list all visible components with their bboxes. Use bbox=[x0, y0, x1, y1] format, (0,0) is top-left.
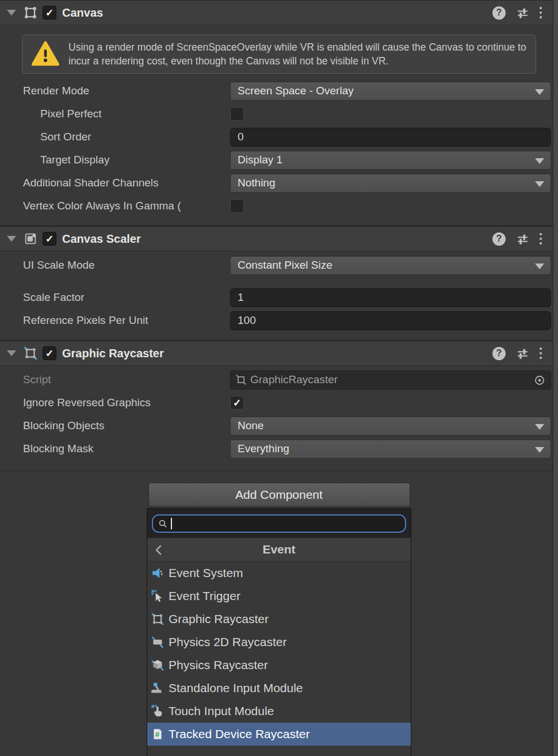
menu-item-label: Standalone Input Module bbox=[169, 681, 303, 695]
property-row: Vertex Color Always In Gamma ( bbox=[0, 194, 558, 217]
canvas-scaler-section-body: UI Scale Mode Constant Pixel Size Scale … bbox=[0, 251, 558, 341]
graphic-raycaster-icon bbox=[235, 374, 247, 385]
property-label: Render Mode bbox=[23, 85, 230, 97]
property-label: Target Display bbox=[23, 154, 230, 166]
vr-warning-box: Using a render mode of ScreenSpaceOverla… bbox=[22, 35, 536, 74]
script-object-field[interactable]: GraphicRaycaster bbox=[230, 371, 551, 390]
property-row: Script GraphicRaycaster bbox=[0, 368, 558, 391]
property-row: Scale Factor bbox=[0, 286, 558, 309]
menu-item-label: Graphic Raycaster bbox=[169, 612, 269, 626]
property-row: UI Scale Mode Constant Pixel Size bbox=[0, 254, 558, 277]
add-component-button[interactable]: Add Component bbox=[148, 483, 410, 507]
menu-item-label: Physics 2D Raycaster bbox=[169, 635, 286, 649]
blocking-objects-dropdown[interactable]: None bbox=[230, 417, 551, 436]
component-title: Canvas Scaler bbox=[62, 232, 492, 246]
graphic-raycaster-icon bbox=[23, 346, 38, 361]
event-trigger-icon bbox=[151, 589, 165, 603]
menu-item-physics-2d-raycaster[interactable]: Physics 2D Raycaster bbox=[147, 631, 411, 654]
back-chevron-icon[interactable] bbox=[153, 544, 166, 556]
graphic-raycaster-component-header[interactable]: ✓ Graphic Raycaster ? bbox=[0, 341, 558, 366]
canvas-enabled-checkbox[interactable]: ✓ bbox=[43, 6, 56, 20]
physics-raycaster-icon bbox=[151, 658, 165, 672]
add-component-popup: Event Event System Event Trigger bbox=[147, 508, 411, 756]
unity-inspector: ✓ Canvas ? Using a render mode of Screen… bbox=[0, 0, 558, 756]
object-picker-icon[interactable] bbox=[533, 374, 546, 387]
more-menu-icon[interactable] bbox=[540, 7, 542, 18]
canvas-scaler-enabled-checkbox[interactable]: ✓ bbox=[43, 232, 56, 246]
vertex-color-gamma-checkbox[interactable] bbox=[230, 199, 244, 213]
scale-factor-input[interactable] bbox=[230, 288, 551, 307]
foldout-arrow-icon[interactable] bbox=[7, 236, 16, 242]
chevron-down-icon bbox=[535, 447, 544, 453]
property-label: UI Scale Mode bbox=[23, 259, 230, 272]
category-header: Event bbox=[147, 538, 411, 562]
dropdown-value: None bbox=[238, 419, 263, 432]
help-icon[interactable]: ? bbox=[492, 347, 506, 360]
canvas-scaler-component-header[interactable]: ✓ Canvas Scaler ? bbox=[0, 226, 558, 251]
property-row: Render Mode Screen Space - Overlay bbox=[0, 79, 558, 102]
property-row: Sort Order bbox=[0, 125, 558, 148]
more-menu-icon[interactable] bbox=[540, 233, 542, 245]
property-row: Blocking Objects None bbox=[0, 414, 558, 437]
presets-icon[interactable] bbox=[516, 6, 529, 20]
component-title: Graphic Raycaster bbox=[62, 347, 492, 360]
dropdown-value: Everything bbox=[238, 442, 289, 455]
svg-text:#: # bbox=[155, 730, 160, 739]
help-icon[interactable]: ? bbox=[492, 6, 506, 20]
graphic-raycaster-enabled-checkbox[interactable]: ✓ bbox=[43, 346, 56, 360]
property-row: Reference Pixels Per Unit bbox=[0, 309, 558, 332]
menu-item-touch-input-module[interactable]: Touch Input Module bbox=[147, 700, 411, 723]
more-menu-icon[interactable] bbox=[540, 348, 542, 359]
menu-item-label: Event Trigger bbox=[169, 589, 240, 603]
dropdown-value: Display 1 bbox=[238, 154, 282, 166]
blocking-mask-dropdown[interactable]: Everything bbox=[230, 440, 551, 459]
menu-item-label: Touch Input Module bbox=[169, 704, 274, 718]
warning-text: Using a render mode of ScreenSpaceOverla… bbox=[68, 40, 528, 68]
render-mode-dropdown[interactable]: Screen Space - Overlay bbox=[230, 82, 551, 101]
property-label: Scale Factor bbox=[23, 291, 230, 304]
chevron-down-icon bbox=[535, 181, 544, 187]
menu-item-event-trigger[interactable]: Event Trigger bbox=[147, 585, 411, 608]
property-row: Pixel Perfect bbox=[0, 102, 558, 125]
additional-shader-channels-dropdown[interactable]: Nothing bbox=[230, 174, 551, 193]
property-row: Target Display Display 1 bbox=[0, 148, 558, 171]
component-title: Canvas bbox=[62, 6, 492, 20]
menu-item-standalone-input-module[interactable]: Standalone Input Module bbox=[147, 677, 411, 700]
foldout-arrow-icon[interactable] bbox=[7, 350, 16, 356]
reference-pixels-input[interactable] bbox=[230, 311, 551, 330]
sort-order-input[interactable] bbox=[230, 128, 551, 147]
canvas-section-body: Using a render mode of ScreenSpaceOverla… bbox=[0, 25, 558, 226]
dropdown-value: Nothing bbox=[238, 177, 276, 189]
warning-icon bbox=[30, 40, 60, 68]
foldout-arrow-icon[interactable] bbox=[7, 10, 16, 16]
inspector-scrollbar[interactable] bbox=[553, 0, 558, 756]
menu-item-tracked-device-raycaster[interactable]: # Tracked Device Raycaster bbox=[147, 723, 411, 746]
pixel-perfect-checkbox[interactable] bbox=[230, 107, 244, 121]
touch-input-module-icon bbox=[151, 704, 165, 718]
menu-item-label: Event System bbox=[169, 566, 243, 580]
menu-item-label: Physics Raycaster bbox=[169, 658, 268, 672]
dropdown-value: Screen Space - Overlay bbox=[238, 85, 354, 97]
presets-icon[interactable] bbox=[516, 347, 529, 360]
graphic-raycaster-icon bbox=[151, 612, 165, 626]
menu-item-event-system[interactable]: Event System bbox=[147, 562, 411, 585]
menu-item-label: Tracked Device Raycaster bbox=[169, 727, 309, 741]
menu-item-physics-raycaster[interactable]: Physics Raycaster bbox=[147, 654, 411, 677]
canvas-component-header[interactable]: ✓ Canvas ? bbox=[0, 0, 558, 25]
property-label: Additional Shader Channels bbox=[23, 177, 230, 189]
chevron-down-icon bbox=[535, 158, 544, 164]
search-strip bbox=[147, 509, 411, 538]
tracked-device-raycaster-icon: # bbox=[151, 727, 165, 741]
component-search-field[interactable] bbox=[152, 514, 406, 533]
ignore-reversed-graphics-checkbox[interactable] bbox=[230, 396, 244, 410]
ui-scale-mode-dropdown[interactable]: Constant Pixel Size bbox=[230, 256, 551, 275]
property-label: Script bbox=[23, 373, 230, 386]
property-label: Ignore Reversed Graphics bbox=[23, 396, 230, 409]
property-row: Additional Shader Channels Nothing bbox=[0, 171, 558, 194]
canvas-icon bbox=[23, 5, 38, 20]
menu-item-graphic-raycaster[interactable]: Graphic Raycaster bbox=[147, 608, 411, 631]
property-label: Pixel Perfect bbox=[23, 108, 230, 120]
target-display-dropdown[interactable]: Display 1 bbox=[230, 151, 551, 170]
help-icon[interactable]: ? bbox=[492, 232, 506, 246]
presets-icon[interactable] bbox=[516, 232, 529, 246]
